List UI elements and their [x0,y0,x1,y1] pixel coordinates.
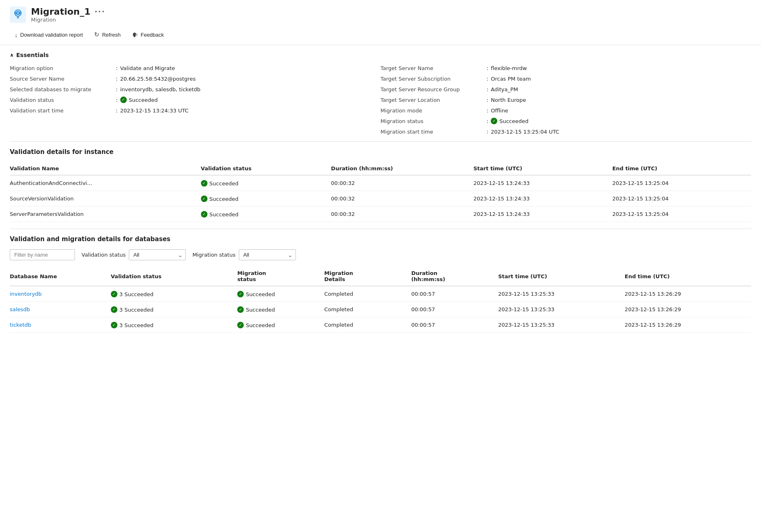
check-icon [111,322,117,328]
essentials-row-migration-status: Migration status : Succeeded [381,118,752,124]
page-subtitle: Migration [31,17,106,23]
validation-status-select[interactable]: All Succeeded Failed [129,249,186,260]
migration-mode-value: Offline [491,108,508,114]
source-server-value: 20.66.25.58:5432@postgres [120,76,196,82]
migration-mode-label: Migration mode [381,108,487,114]
validation-start-label: Validation start time [10,108,116,114]
db-table-body: inventorydb 3 Succeeded Succeeded Comple… [10,286,751,333]
validation-table-header: Validation Name Validation status Durati… [10,162,751,175]
filter-migration-label: Migration status [192,252,235,258]
essentials-title: Essentials [16,52,49,58]
duration-cell: 00:00:32 [331,175,473,191]
more-options-button[interactable]: ··· [95,7,106,16]
migration-status-select[interactable]: All Succeeded Failed [239,249,296,260]
status-badge: Succeeded [201,196,238,202]
selected-dbs-label: Selected databases to migrate [10,86,116,92]
essentials-row-target-rg: Target Server Resource Group : Aditya_PM [381,86,752,92]
table-row: inventorydb 3 Succeeded Succeeded Comple… [10,286,751,302]
validation-table: Validation Name Validation status Durati… [10,162,751,222]
validation-status-label: Validation status [10,97,116,103]
check-icon [111,291,117,297]
start-cell: 2023-12-15 13:24:33 [473,191,612,207]
start-cell: 2023-12-15 13:24:33 [473,175,612,191]
col-header-start: Start time (UTC) [473,162,612,175]
check-icon [201,211,207,218]
status-badge: Succeeded [201,211,238,218]
target-subscription-label: Target Server Subscription [381,76,487,82]
db-mig-status-badge: Succeeded [237,291,275,297]
selected-dbs-value: inventorydb, salesdb, ticketdb [120,86,201,92]
page-title: Migration_1 ··· [31,7,106,17]
db-col-header-mig-details: MigrationDetails [324,267,411,286]
migration-status-select-wrapper: All Succeeded Failed [239,249,296,260]
end-cell: 2023-12-15 13:25:04 [612,191,751,207]
refresh-icon: ↻ [94,31,99,38]
db-name-link[interactable]: salesdb [10,306,30,312]
refresh-button[interactable]: ↻ Refresh [89,29,126,41]
essentials-grid: Migration option : Validate and Migrate … [10,65,751,135]
col-header-end: End time (UTC) [612,162,751,175]
db-start-cell: 2023-12-15 13:25:33 [498,317,624,333]
end-cell: 2023-12-15 13:25:04 [612,207,751,222]
db-val-status-cell: 3 Succeeded [111,317,237,333]
essentials-row-target-location: Target Server Location : North Europe [381,97,752,103]
db-table-header: Database Name Validation status Migratio… [10,267,751,286]
migration-status-label: Migration status [381,118,487,124]
filter-validation-group: Validation status All Succeeded Failed [82,249,186,260]
migration-status-value: Succeeded [491,118,528,124]
collapse-icon[interactable]: ∧ [10,52,14,58]
table-row: salesdb 3 Succeeded Succeeded Completed … [10,302,751,317]
db-end-cell: 2023-12-15 13:26:29 [625,286,751,302]
end-cell: 2023-12-15 13:25:04 [612,175,751,191]
db-mig-status-badge: Succeeded [237,306,275,313]
db-val-status-badge: 3 Succeeded [111,291,154,297]
col-header-duration: Duration (hh:mm:ss) [331,162,473,175]
db-duration-cell: 00:00:57 [411,286,498,302]
db-name-link[interactable]: ticketdb [10,322,31,328]
essentials-row-validation-start: Validation start time : 2023-12-15 13:24… [10,107,381,114]
essentials-row-migration-option: Migration option : Validate and Migrate [10,65,381,71]
db-mig-details-cell: Completed [324,286,411,302]
feedback-button[interactable]: 🗣 Feedback [127,29,169,41]
db-name-link[interactable]: inventorydb [10,291,42,297]
refresh-label: Refresh [102,32,121,38]
validation-details-section: Validation details for instance Validati… [0,142,761,229]
migration-start-value: 2023-12-15 13:25:04 UTC [491,129,559,135]
validation-status-value: Succeeded [120,97,158,103]
download-report-button[interactable]: ↓ Download validation report [10,29,88,41]
validation-table-body: AuthenticationAndConnectivi... Succeeded… [10,175,751,222]
essentials-row-selected-dbs: Selected databases to migrate : inventor… [10,86,381,92]
db-mig-details-cell: Completed [324,302,411,317]
db-val-status-cell: 3 Succeeded [111,302,237,317]
filter-name-input[interactable] [10,249,75,260]
db-col-header-val-status: Validation status [111,267,237,286]
essentials-row-target-server: Target Server Name : flexible-mrdw [381,65,752,71]
db-mig-status-cell: Succeeded [237,286,324,302]
db-end-cell: 2023-12-15 13:26:29 [625,302,751,317]
col-header-validation-status: Validation status [201,162,331,175]
title-text: Migration_1 [31,7,90,17]
validation-status-cell: Succeeded [201,175,331,191]
validation-status-select-wrapper: All Succeeded Failed [129,249,186,260]
start-cell: 2023-12-15 13:24:33 [473,207,612,222]
essentials-row-source-server: Source Server Name : 20.66.25.58:5432@po… [10,75,381,82]
target-subscription-value: Orcas PM team [491,76,531,82]
source-server-label: Source Server Name [10,76,116,82]
essentials-left: Migration option : Validate and Migrate … [10,65,381,135]
target-rg-value: Aditya_PM [491,86,518,92]
migration-option-label: Migration option [10,65,116,71]
col-header-validation-name: Validation Name [10,162,201,175]
db-mig-status-cell: Succeeded [237,302,324,317]
target-rg-label: Target Server Resource Group [381,86,487,92]
db-mig-status-cell: Succeeded [237,317,324,333]
validation-status-cell: Succeeded [201,207,331,222]
target-location-label: Target Server Location [381,97,487,103]
check-icon [237,306,244,313]
validation-status-badge: Succeeded [120,97,158,103]
target-server-value: flexible-mrdw [491,65,527,71]
target-server-label: Target Server Name [381,65,487,71]
page-header: Migration_1 ··· Migration [0,0,761,26]
db-val-status-cell: 3 Succeeded [111,286,237,302]
db-name-cell: inventorydb [10,286,111,302]
check-icon [201,180,207,187]
